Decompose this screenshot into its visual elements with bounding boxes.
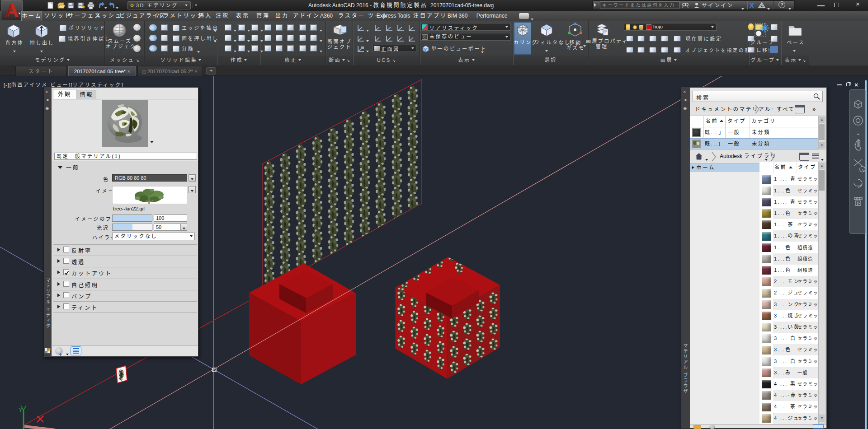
svg-text:Y: Y (19, 407, 23, 413)
